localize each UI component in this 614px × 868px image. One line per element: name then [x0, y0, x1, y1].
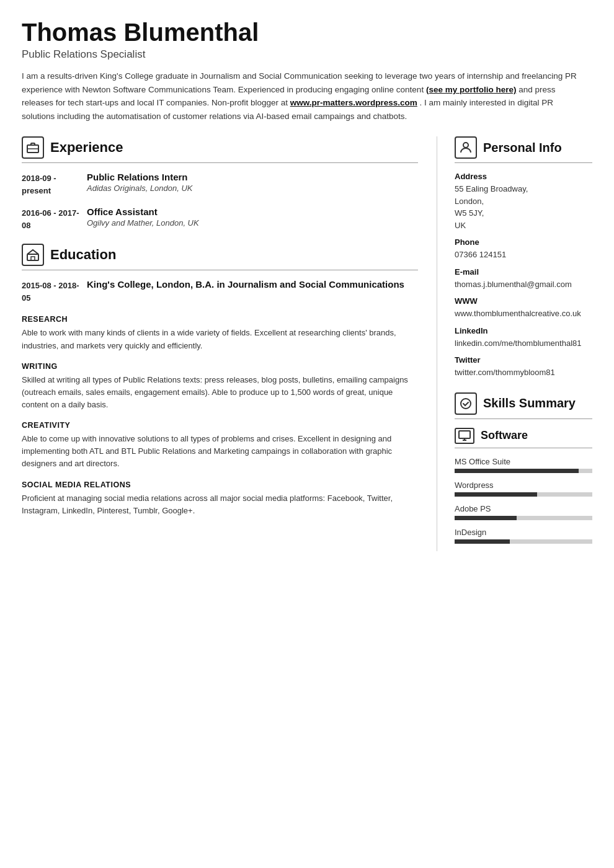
education-header: Education [22, 244, 418, 266]
exp1-content: Public Relations Intern Adidas Originals… [87, 172, 418, 197]
competency-creativity: CREATIVITY Able to come up with innovati… [22, 421, 418, 470]
software-title: Software [481, 429, 528, 442]
skills-summary-section: Skills Summary [455, 392, 592, 419]
www-value: www.thomblumenthalcreative.co.uk [455, 308, 592, 320]
competency-social-media: SOCIAL MEDIA RELATIONS Proficient at man… [22, 480, 418, 517]
address-label: Address [455, 172, 592, 181]
person-icon [455, 136, 477, 159]
linkedin-label: LinkedIn [455, 326, 592, 335]
right-column: Personal Info Address 55 Ealing Broadway… [437, 136, 592, 551]
skill-ms-office-name: MS Office Suite [455, 457, 592, 466]
personal-info-section: Personal Info Address 55 Ealing Broadway… [455, 136, 592, 379]
comp-creativity-text: Able to come up with innovative solution… [22, 433, 418, 470]
monitor-icon [455, 428, 474, 444]
competency-writing: WRITING Skilled at writing all types of … [22, 362, 418, 411]
email-label: E-mail [455, 267, 592, 277]
svg-rect-2 [27, 254, 38, 260]
exp1-date: 2018-09 - present [22, 172, 87, 197]
skill-adobe-ps-bar-fill [455, 516, 517, 520]
skill-adobe-ps-name: Adobe PS [455, 504, 592, 513]
experience-title: Experience [50, 140, 123, 156]
experience-section: Experience 2018-09 - present Public Rela… [22, 136, 418, 231]
skill-wordpress-name: Wordpress [455, 480, 592, 490]
edu1-degree: King's College, London, B.A. in Journali… [87, 279, 418, 290]
skill-adobe-ps: Adobe PS [455, 504, 592, 520]
skill-ms-office-bar-fill [455, 469, 579, 473]
edu1-date: 2015-08 - 2018-05 [22, 279, 87, 304]
comp-writing-title: WRITING [22, 362, 418, 371]
graduation-icon [22, 244, 44, 266]
experience-entry-2: 2016-06 - 2017-08 Office Assistant Ogilv… [22, 206, 418, 231]
education-title: Education [50, 247, 116, 263]
svg-point-5 [461, 399, 471, 409]
comp-social-title: SOCIAL MEDIA RELATIONS [22, 480, 418, 489]
phone-label: Phone [455, 237, 592, 247]
skills-summary-header: Skills Summary [455, 392, 592, 415]
personal-info-header: Personal Info [455, 136, 592, 159]
exp2-title: Office Assistant [87, 206, 418, 217]
software-section: Software MS Office Suite Wordpress Adobe… [455, 428, 592, 544]
svg-rect-6 [459, 431, 470, 438]
bio-link1[interactable]: (see my portfolio here) [426, 85, 517, 94]
exp2-content: Office Assistant Ogilvy and Mather, Lond… [87, 206, 418, 231]
left-column: Experience 2018-09 - present Public Rela… [22, 136, 437, 551]
header-bio: I am a results-driven King's College gra… [22, 69, 580, 123]
comp-research-text: Able to work with many kinds of clients … [22, 327, 418, 352]
svg-point-4 [463, 143, 468, 148]
skill-indesign-bar-fill [455, 539, 510, 544]
twitter-label: Twitter [455, 355, 592, 365]
skill-indesign: InDesign [455, 528, 592, 544]
software-header: Software [455, 428, 592, 444]
comp-creativity-title: CREATIVITY [22, 421, 418, 430]
skill-wordpress-bar-bg [455, 492, 592, 497]
comp-social-text: Proficient at managing social media rela… [22, 492, 418, 517]
comp-research-title: RESEARCH [22, 315, 418, 324]
education-section: Education 2015-08 - 2018-05 King's Colle… [22, 244, 418, 304]
address-value: 55 Ealing Broadway,London,W5 5JY,UK [455, 183, 592, 231]
personal-info-title: Personal Info [483, 141, 562, 155]
education-entry-1: 2015-08 - 2018-05 King's College, London… [22, 279, 418, 304]
header-name: Thomas Blumenthal [22, 19, 592, 46]
skill-wordpress: Wordpress [455, 480, 592, 497]
skill-wordpress-bar-fill [455, 492, 537, 497]
phone-value: 07366 124151 [455, 249, 592, 261]
edu1-content: King's College, London, B.A. in Journali… [87, 279, 418, 304]
twitter-value: twitter.com/thommybloom81 [455, 366, 592, 379]
exp2-date: 2016-06 - 2017-08 [22, 206, 87, 231]
competency-research: RESEARCH Able to work with many kinds of… [22, 315, 418, 352]
email-value: thomas.j.blumenthal@gmail.com [455, 278, 592, 291]
skill-indesign-bar-bg [455, 539, 592, 544]
briefcase-icon [22, 136, 44, 159]
comp-writing-text: Skilled at writing all types of Public R… [22, 374, 418, 411]
competencies-section: RESEARCH Able to work with many kinds of… [22, 315, 418, 516]
experience-entry-1: 2018-09 - present Public Relations Inter… [22, 172, 418, 197]
header-title: Public Relations Specialist [22, 48, 592, 61]
skill-adobe-ps-bar-bg [455, 516, 592, 520]
exp2-company: Ogilvy and Mather, London, UK [87, 218, 418, 228]
www-label: WWW [455, 296, 592, 306]
skill-ms-office: MS Office Suite [455, 457, 592, 473]
bio-link2[interactable]: www.pr-matters.wordpress.com [290, 98, 417, 107]
skills-summary-title: Skills Summary [483, 396, 576, 410]
skill-indesign-name: InDesign [455, 528, 592, 537]
exp1-company: Adidas Originals, London, UK [87, 184, 418, 193]
exp1-title: Public Relations Intern [87, 172, 418, 182]
skills-icon [455, 392, 477, 415]
experience-header: Experience [22, 136, 418, 159]
linkedin-value: linkedin.com/me/thomblumenthal81 [455, 337, 592, 350]
skill-ms-office-bar-bg [455, 469, 592, 473]
